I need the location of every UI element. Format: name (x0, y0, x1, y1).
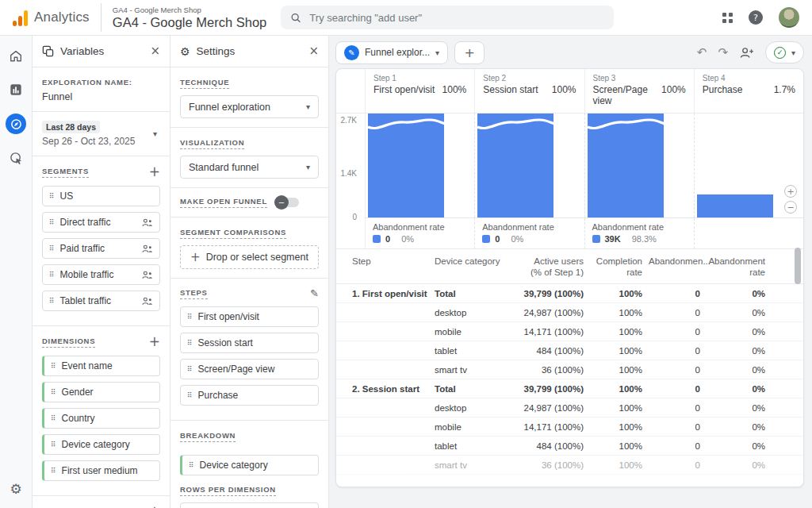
cell-abandonments: 0 (649, 403, 707, 413)
drag-handle-icon[interactable]: ⠿ (51, 468, 56, 475)
segment-item[interactable]: ⠿ US (42, 186, 160, 206)
add-dimension-icon[interactable]: + (149, 335, 160, 348)
apps-grid-icon[interactable] (722, 13, 733, 23)
share-add-person-icon[interactable] (739, 47, 754, 59)
funnel-column[interactable] (584, 114, 694, 217)
drag-handle-icon[interactable]: ⠿ (187, 314, 193, 321)
new-tab-button[interactable]: + (454, 41, 485, 64)
admin-gear-icon[interactable]: ⚙ (10, 481, 21, 497)
funnel-step-header[interactable]: Step 3 Screen/Page view 100% (584, 69, 694, 113)
table-scrollbar[interactable] (795, 248, 801, 284)
segment-item[interactable]: ⠿ Tablet traffic (42, 291, 160, 311)
edit-steps-pencil-icon[interactable]: ✎ (310, 287, 319, 299)
table-row[interactable]: tablet 484 (100%) 100% 0 0% (336, 437, 803, 456)
table-row[interactable]: mobile 14,171 (100%) 100% 0 0% (336, 322, 803, 341)
avatar[interactable] (779, 7, 799, 28)
search-bar[interactable] (281, 6, 614, 29)
drag-handle-icon[interactable]: ⠿ (51, 415, 56, 422)
close-icon[interactable]: × (308, 45, 319, 57)
step-item[interactable]: ⠿ Screen/Page view (180, 359, 319, 379)
make-open-funnel-toggle[interactable]: − (277, 198, 299, 207)
table-row[interactable]: mobile 14,171 (100%) 100% 0 0% (336, 418, 803, 437)
drag-handle-icon[interactable]: ⠿ (187, 340, 193, 347)
drag-handle-icon[interactable]: ⠿ (49, 245, 55, 252)
variables-panel: Variables × EXPLORATION NAME: Funnel Las… (32, 36, 170, 508)
technique-select[interactable]: Funnel exploration ▾ (180, 95, 319, 118)
table-row[interactable]: 1. First open/visit Total 39,799 (100%) … (336, 284, 803, 303)
table-row[interactable]: desktop 24,987 (100%) 100% 0 0% (336, 303, 803, 322)
help-icon[interactable]: ? (749, 10, 763, 25)
dimension-item[interactable]: ⠿ Gender (42, 382, 160, 402)
dimension-item[interactable]: ⠿ First user medium (42, 460, 160, 481)
tab-funnel-exploration[interactable]: ✎ Funnel explor... ▾ (335, 41, 448, 64)
search-input[interactable] (309, 12, 604, 24)
add-segment-icon[interactable]: + (149, 165, 160, 179)
step-item[interactable]: ⠿ Session start (180, 333, 319, 353)
dimension-item[interactable]: ⠿ Device category (42, 434, 160, 455)
drag-handle-icon[interactable]: ⠿ (51, 441, 56, 448)
segment-item[interactable]: ⠿ Mobile traffic (42, 264, 160, 285)
home-icon[interactable] (6, 45, 26, 66)
exploration-name-value[interactable]: Funnel (42, 91, 160, 102)
breakdown-label: BREAKDOWN (180, 431, 236, 442)
drag-handle-icon[interactable]: ⠿ (49, 193, 55, 200)
dimension-item[interactable]: ⠿ Country (42, 408, 160, 429)
breakdown-item[interactable]: ⠿ Device category (180, 455, 319, 475)
drag-handle-icon[interactable]: ⠿ (51, 389, 56, 396)
funnel-step-header[interactable]: Step 4 Purchase 1.7% (694, 69, 803, 113)
property-breadcrumb[interactable]: GA4 - Google Merch Shop GA4 - Google Mer… (101, 3, 266, 32)
close-icon[interactable]: × (150, 45, 160, 57)
chevron-down-icon: ▾ (306, 163, 310, 171)
cell-abandonment-rate: 0% (707, 308, 772, 318)
funnel-bar[interactable] (697, 194, 773, 217)
zoom-in-icon[interactable]: + (784, 185, 797, 198)
dimension-label: Gender (62, 387, 94, 398)
zoom-out-icon[interactable]: − (784, 201, 797, 214)
app-name[interactable]: Analytics (34, 10, 90, 25)
technique-section: TECHNIQUE Funnel exploration ▾ (170, 67, 328, 128)
step-item[interactable]: ⠿ First open/visit (180, 306, 319, 327)
saved-status-button[interactable]: ✓ ▾ (765, 41, 804, 64)
drag-handle-icon[interactable]: ⠿ (187, 366, 193, 373)
variables-title: Variables (60, 45, 104, 57)
funnel-bar[interactable] (368, 114, 444, 217)
funnel-column[interactable] (365, 114, 474, 217)
dimension-label: Device category (62, 439, 130, 450)
table-row[interactable]: smart tv 36 (100%) 100% 0 0% (336, 456, 803, 475)
funnel-step-header[interactable]: Step 1 First open/visit 100% (365, 69, 474, 113)
drag-handle-icon[interactable]: ⠿ (187, 392, 193, 399)
cell-device: mobile (435, 422, 511, 432)
segment-drop-target[interactable]: + Drop or select segment (180, 245, 319, 269)
segments-section: SEGMENTS + ⠿ US ⠿ Direct traffic (33, 156, 170, 326)
advertising-icon[interactable] (6, 148, 26, 168)
funnel-step-header[interactable]: Step 2 Session start 100% (474, 69, 584, 113)
cell-completion-rate: 100% (590, 308, 649, 318)
date-range-selector[interactable]: Last 28 days Sep 26 - Oct 23, 2025 ▾ (33, 112, 170, 156)
explore-icon[interactable] (6, 114, 26, 134)
segment-item[interactable]: ⠿ Direct traffic (42, 212, 160, 233)
table-row[interactable]: smart tv 36 (100%) 100% 0 0% (336, 360, 803, 379)
variables-panel-header: Variables × (33, 36, 170, 67)
drag-handle-icon[interactable]: ⠿ (49, 271, 55, 279)
reports-icon[interactable] (6, 79, 26, 100)
redo-icon[interactable]: ↷ (718, 47, 728, 59)
funnel-column[interactable] (474, 114, 584, 217)
analytics-logo-icon[interactable] (13, 10, 28, 26)
step-item[interactable]: ⠿ Purchase (180, 385, 319, 406)
drag-handle-icon[interactable]: ⠿ (49, 219, 55, 226)
cell-abandonment-rate: 0% (707, 403, 772, 413)
table-row[interactable]: tablet 484 (100%) 100% 0 0% (336, 341, 803, 360)
add-metric-icon[interactable]: + (149, 505, 160, 508)
funnel-bar[interactable] (588, 114, 664, 217)
undo-icon[interactable]: ↶ (697, 47, 707, 59)
drag-handle-icon[interactable]: ⠿ (189, 462, 194, 469)
segment-item[interactable]: ⠿ Paid traffic (42, 238, 160, 259)
drag-handle-icon[interactable]: ⠿ (49, 298, 55, 305)
rows-per-dimension-select[interactable]: 5 ▾ (180, 502, 319, 508)
table-row[interactable]: 2. Session start Total 39,799 (100%) 100… (336, 379, 803, 398)
dimension-item[interactable]: ⠿ Event name (42, 356, 160, 376)
funnel-bar[interactable] (477, 114, 553, 217)
drag-handle-icon[interactable]: ⠿ (51, 363, 56, 370)
table-row[interactable]: desktop 24,987 (100%) 100% 0 0% (336, 398, 803, 418)
visualization-select[interactable]: Standard funnel ▾ (180, 156, 319, 179)
